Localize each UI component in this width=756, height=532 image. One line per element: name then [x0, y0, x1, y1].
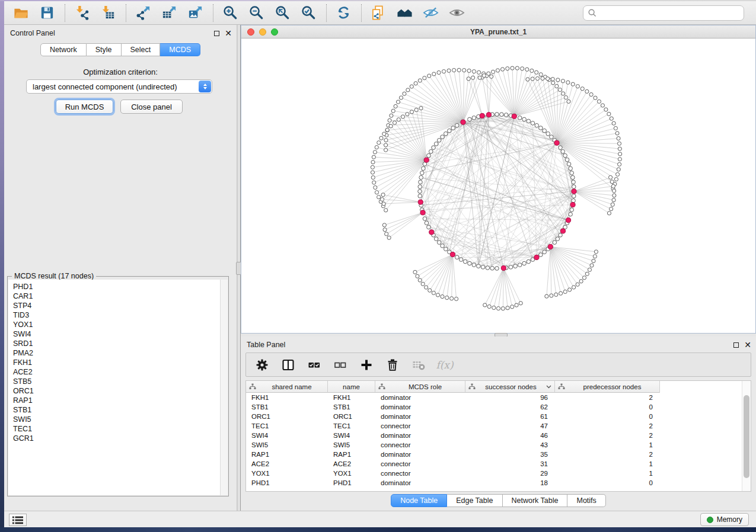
column-header-MCDS-role[interactable]: MCDS role: [375, 381, 465, 393]
hide-selected-button[interactable]: [420, 3, 441, 23]
result-list-item[interactable]: ACE2: [13, 367, 220, 377]
result-list-item[interactable]: PMA2: [13, 348, 220, 358]
graph-node[interactable]: [463, 259, 467, 264]
network-graph[interactable]: [241, 39, 755, 333]
result-list-item[interactable]: SWI5: [13, 415, 220, 424]
graph-node[interactable]: [401, 115, 404, 118]
graph-node[interactable]: [373, 150, 377, 154]
graph-node[interactable]: [554, 293, 558, 296]
graph-node[interactable]: [559, 291, 563, 295]
table-scrollbar[interactable]: [742, 381, 751, 491]
graph-node[interactable]: [515, 66, 519, 70]
table-row[interactable]: ACE2ACE2connector311: [246, 459, 751, 469]
graph-node[interactable]: [590, 264, 594, 267]
graph-node[interactable]: [569, 212, 573, 216]
close-panel-button[interactable]: Close panel: [120, 100, 183, 114]
graph-node[interactable]: [539, 126, 543, 130]
graph-node[interactable]: [570, 208, 574, 212]
graph-node[interactable]: [382, 223, 386, 227]
graph-node[interactable]: [406, 88, 410, 92]
graph-node[interactable]: [614, 126, 617, 130]
graph-node[interactable]: [468, 117, 472, 121]
close-panel-icon[interactable]: ✕: [744, 342, 751, 348]
graph-node[interactable]: [553, 241, 557, 245]
graph-node[interactable]: [377, 141, 381, 145]
graph-node[interactable]: [437, 241, 441, 245]
graph-node[interactable]: [610, 180, 614, 184]
graph-dominator-node[interactable]: [450, 252, 455, 257]
panel-list-button[interactable]: [9, 514, 27, 526]
graph-node[interactable]: [418, 185, 422, 189]
table-row[interactable]: TEC1TEC1connector472: [246, 421, 751, 431]
graph-node[interactable]: [425, 221, 429, 225]
save-session-button[interactable]: [36, 3, 58, 23]
table-row[interactable]: YOX1YOX1connector291: [246, 469, 751, 478]
graph-node[interactable]: [568, 288, 572, 291]
graph-node[interactable]: [397, 118, 400, 121]
graph-node[interactable]: [406, 113, 409, 116]
graph-node[interactable]: [556, 78, 560, 82]
graph-node[interactable]: [601, 104, 604, 107]
graph-node[interactable]: [393, 121, 396, 124]
graph-node[interactable]: [410, 110, 413, 114]
graph-node[interactable]: [593, 255, 596, 258]
graph-node[interactable]: [394, 104, 397, 108]
zoom-fit-button[interactable]: [272, 3, 293, 23]
result-list-scrollbar[interactable]: [220, 280, 228, 495]
graph-node[interactable]: [495, 267, 499, 271]
graph-node[interactable]: [478, 76, 481, 79]
graph-node[interactable]: [501, 307, 505, 310]
search-box[interactable]: [583, 5, 744, 21]
graph-node[interactable]: [615, 132, 619, 135]
graph-dominator-node[interactable]: [554, 140, 559, 145]
graph-node[interactable]: [371, 161, 375, 164]
graph-node[interactable]: [589, 92, 593, 96]
graph-node[interactable]: [579, 280, 583, 283]
graph-node[interactable]: [504, 113, 508, 117]
graph-node[interactable]: [467, 77, 470, 81]
graph-node[interactable]: [592, 259, 595, 262]
graph-node[interactable]: [372, 155, 375, 159]
graph-node[interactable]: [467, 69, 471, 72]
graph-node[interactable]: [615, 172, 619, 176]
graph-node[interactable]: [572, 185, 576, 189]
graph-node[interactable]: [384, 148, 387, 152]
graph-node[interactable]: [562, 92, 565, 95]
graph-node[interactable]: [541, 76, 544, 80]
graph-node[interactable]: [518, 263, 522, 267]
select-all-rows-button[interactable]: [305, 356, 323, 374]
graph-node[interactable]: [384, 139, 388, 142]
graph-node[interactable]: [399, 96, 403, 100]
tab-motifs[interactable]: Motifs: [567, 494, 605, 507]
export-network-button[interactable]: [132, 3, 154, 23]
graph-node[interactable]: [375, 191, 378, 194]
graph-node[interactable]: [432, 146, 436, 150]
graph-node[interactable]: [455, 123, 459, 127]
graph-node[interactable]: [419, 180, 423, 184]
column-header-predecessor-nodes[interactable]: predecessor nodes: [555, 381, 660, 393]
graph-node[interactable]: [371, 165, 374, 169]
graph-node[interactable]: [385, 128, 389, 132]
graph-node[interactable]: [374, 185, 377, 189]
graph-node[interactable]: [451, 126, 455, 130]
graph-node[interactable]: [576, 283, 579, 286]
graph-dominator-node[interactable]: [512, 114, 516, 118]
deselect-all-rows-button[interactable]: [331, 356, 349, 374]
graph-node[interactable]: [442, 69, 445, 73]
criterion-select[interactable]: largest connected component (undirected): [26, 79, 212, 94]
graph-node[interactable]: [607, 112, 611, 116]
show-all-button[interactable]: [446, 3, 467, 23]
graph-node[interactable]: [588, 268, 591, 271]
graph-node[interactable]: [506, 306, 509, 310]
result-list-item[interactable]: RAP1: [13, 396, 220, 405]
graph-node[interactable]: [543, 129, 547, 133]
export-table-button[interactable]: [158, 3, 180, 23]
graph-node[interactable]: [432, 72, 436, 76]
graph-node[interactable]: [556, 237, 560, 241]
graph-node[interactable]: [572, 194, 576, 198]
graph-dominator-node[interactable]: [461, 120, 465, 124]
graph-node[interactable]: [545, 294, 548, 298]
graph-node[interactable]: [618, 152, 622, 156]
graph-node[interactable]: [447, 69, 451, 72]
graph-node[interactable]: [612, 198, 615, 202]
